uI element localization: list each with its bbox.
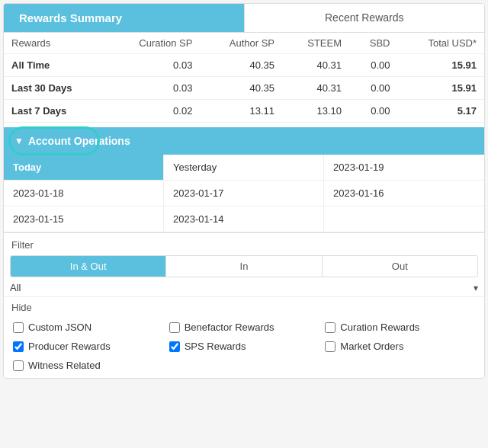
hide-checkbox-label: SPS Rewards bbox=[185, 341, 246, 352]
row-label: Last 30 Days bbox=[4, 77, 107, 100]
hide-checkboxes: Custom JSONBenefactor RewardsCuration Re… bbox=[4, 315, 484, 378]
date-grid: TodayYesterday2023-01-192023-01-182023-0… bbox=[4, 155, 484, 233]
row-curation: 0.03 bbox=[107, 54, 200, 77]
row-total: 5.17 bbox=[397, 100, 484, 123]
tabs-row: Rewards Summary Recent Rewards bbox=[4, 4, 484, 33]
col-rewards: Rewards bbox=[4, 33, 107, 54]
hide-checkbox-item[interactable]: Curation Rewards bbox=[322, 318, 478, 337]
col-curation-sp: Curation SP bbox=[107, 33, 200, 54]
row-label: All Time bbox=[4, 54, 107, 77]
hide-label: Hide bbox=[4, 297, 484, 315]
all-filter-select[interactable]: All bbox=[10, 282, 474, 293]
row-curation: 0.02 bbox=[107, 100, 200, 123]
table-row: Last 30 Days 0.03 40.35 40.31 0.00 15.91 bbox=[4, 77, 484, 100]
hide-checkbox-item[interactable]: SPS Rewards bbox=[166, 337, 323, 356]
date-cell[interactable]: 2023-01-14 bbox=[164, 206, 324, 232]
table-row: Last 7 Days 0.02 13.11 13.10 0.00 5.17 bbox=[4, 100, 484, 123]
row-total: 15.91 bbox=[397, 54, 484, 77]
row-curation: 0.03 bbox=[107, 77, 200, 100]
hide-checkbox[interactable] bbox=[325, 341, 336, 352]
tab-rewards-summary[interactable]: Rewards Summary bbox=[4, 4, 244, 32]
row-steem: 40.31 bbox=[282, 54, 349, 77]
row-author: 40.35 bbox=[200, 77, 282, 100]
hide-checkbox-item[interactable]: Witness Related bbox=[10, 356, 166, 375]
rewards-table: Rewards Curation SP Author SP STEEM SBD … bbox=[4, 33, 484, 123]
dropdown-row: All ▾ bbox=[4, 279, 484, 297]
hide-checkbox-item[interactable]: Producer Rewards bbox=[10, 337, 166, 356]
hide-checkbox[interactable] bbox=[13, 322, 24, 333]
date-cell[interactable] bbox=[324, 206, 484, 232]
filter-label: Filter bbox=[4, 233, 484, 254]
hide-checkbox-label: Market Orders bbox=[340, 341, 403, 352]
row-author: 40.35 bbox=[200, 54, 282, 77]
row-author: 13.11 bbox=[200, 100, 282, 123]
filter-tab-out[interactable]: Out bbox=[323, 256, 477, 277]
hide-checkbox-item[interactable]: Custom JSON bbox=[10, 318, 166, 337]
hide-checkbox[interactable] bbox=[169, 322, 180, 333]
date-cell[interactable]: 2023-01-19 bbox=[324, 155, 484, 181]
date-cell[interactable]: Yesterday bbox=[164, 155, 324, 181]
filter-tabs: In & OutInOut bbox=[10, 255, 478, 277]
date-cell[interactable]: 2023-01-18 bbox=[4, 181, 164, 206]
hide-checkbox-item[interactable]: Benefactor Rewards bbox=[166, 318, 323, 337]
date-cell[interactable]: 2023-01-15 bbox=[4, 206, 164, 232]
col-total-usd: Total USD* bbox=[397, 33, 484, 54]
hide-checkbox-label: Custom JSON bbox=[28, 322, 92, 333]
row-steem: 13.10 bbox=[282, 100, 349, 123]
section-title: Account Operations bbox=[28, 135, 130, 147]
col-steem: STEEM bbox=[282, 33, 349, 54]
hide-checkbox-item[interactable]: Market Orders bbox=[322, 337, 478, 356]
account-operations-header[interactable]: ▼ Account Operations bbox=[4, 127, 484, 155]
hide-checkbox-label: Benefactor Rewards bbox=[185, 322, 274, 333]
col-author-sp: Author SP bbox=[200, 33, 282, 54]
row-sbd: 0.00 bbox=[349, 100, 397, 123]
row-sbd: 0.00 bbox=[349, 54, 397, 77]
hide-checkbox[interactable] bbox=[13, 341, 24, 352]
date-cell[interactable]: 2023-01-17 bbox=[164, 181, 324, 206]
hide-checkbox-label: Witness Related bbox=[28, 360, 101, 371]
dropdown-arrow-icon: ▾ bbox=[474, 283, 478, 293]
hide-checkbox-label: Curation Rewards bbox=[340, 322, 419, 333]
chevron-icon: ▼ bbox=[14, 136, 24, 146]
row-sbd: 0.00 bbox=[349, 77, 397, 100]
table-header-row: Rewards Curation SP Author SP STEEM SBD … bbox=[4, 33, 484, 54]
hide-checkbox[interactable] bbox=[13, 360, 24, 371]
col-sbd: SBD bbox=[349, 33, 397, 54]
filter-tab-in-&-out[interactable]: In & Out bbox=[11, 256, 166, 277]
table-row: All Time 0.03 40.35 40.31 0.00 15.91 bbox=[4, 54, 484, 77]
hide-checkbox[interactable] bbox=[169, 341, 180, 352]
hide-checkbox-label: Producer Rewards bbox=[28, 341, 111, 352]
hide-checkbox[interactable] bbox=[325, 322, 336, 333]
date-cell[interactable]: Today bbox=[4, 155, 164, 181]
row-total: 15.91 bbox=[397, 77, 484, 100]
row-label: Last 7 Days bbox=[4, 100, 107, 123]
filter-tab-in[interactable]: In bbox=[166, 256, 322, 277]
date-cell[interactable]: 2023-01-16 bbox=[324, 181, 484, 206]
row-steem: 40.31 bbox=[282, 77, 349, 100]
tab-recent-rewards[interactable]: Recent Rewards bbox=[244, 4, 485, 32]
